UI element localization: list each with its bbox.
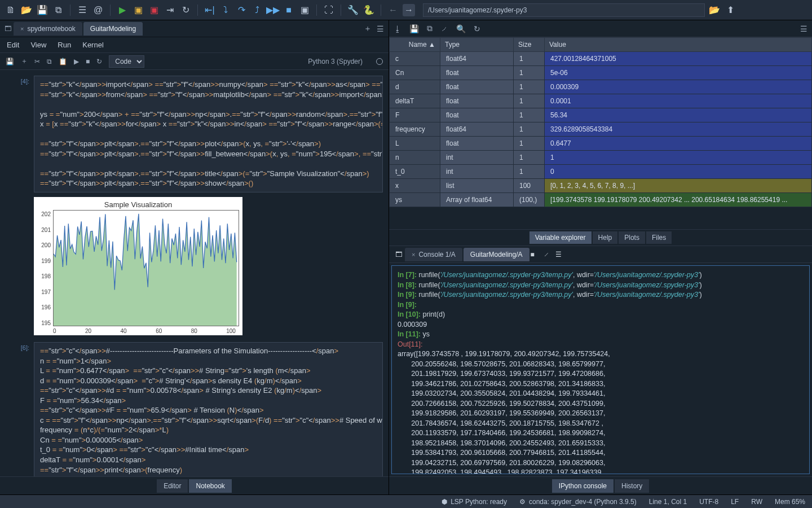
nb-cut-icon[interactable]: ✂ (34, 58, 40, 65)
lock-icon[interactable]: 🗔 (2, 25, 14, 33)
run-cell-advance-icon[interactable]: ▣ (148, 4, 160, 16)
menu-view[interactable]: View (30, 41, 46, 49)
col-value[interactable]: Value (545, 38, 812, 52)
forward-icon[interactable]: → (403, 4, 415, 16)
tab-editor[interactable]: Editor (157, 479, 188, 493)
tab-spydernotebook[interactable]: ×spydernotebook (14, 22, 82, 36)
table-row[interactable]: ysArray of float64(100,)[199.3743578 199… (390, 193, 812, 207)
tab-console-1a[interactable]: ×Console 1/A (405, 248, 462, 261)
menu-run[interactable]: Run (58, 41, 71, 49)
working-dir-input[interactable] (423, 3, 705, 17)
kernel-status-icon (376, 58, 383, 65)
nb-add-cell-icon[interactable]: ＋ (21, 56, 28, 66)
open-file-icon[interactable]: 📂 (20, 4, 33, 16)
save-all-icon[interactable]: ⧉ (52, 4, 64, 16)
separator (70, 5, 70, 16)
table-row[interactable]: deltaTfloat10.0001 (390, 94, 812, 108)
cell-prompt: [4]: (0, 76, 34, 192)
col-size[interactable]: Size (514, 38, 545, 52)
debug-file-icon[interactable]: ▣ (298, 4, 311, 16)
save-icon[interactable]: 💾 (36, 4, 48, 16)
status-eol[interactable]: LF (731, 498, 739, 506)
menu-edit[interactable]: Edit (7, 41, 19, 49)
nb-paste-icon[interactable]: 📋 (59, 58, 67, 65)
maximize-icon[interactable]: ⛶ (323, 4, 335, 16)
tab-variable-explorer[interactable]: Variable explorer (529, 231, 592, 244)
add-tab-icon[interactable]: ＋ (361, 24, 374, 34)
outline-icon[interactable]: ☰ (76, 4, 89, 16)
tab-guitarmodeling[interactable]: GuitarModeling (83, 22, 143, 36)
import-data-icon[interactable]: ⭳ (394, 24, 401, 33)
tab-plots[interactable]: Plots (619, 231, 645, 244)
stop-icon[interactable]: ■ (283, 4, 295, 16)
table-row[interactable]: cfloat641427.00128464371005 (390, 52, 812, 66)
python-path-icon[interactable]: 🐍 (363, 4, 375, 16)
at-icon[interactable]: @ (92, 4, 104, 16)
close-icon[interactable]: × (20, 25, 24, 32)
code-input[interactable]: =="str">"c"</span>>#--------------------… (34, 342, 383, 476)
nb-stop-icon[interactable]: ■ (86, 58, 90, 65)
console-options-icon[interactable]: ☰ (555, 251, 568, 259)
tab-menu-icon[interactable]: ☰ (374, 24, 386, 33)
notebook-toolbar: 💾 ＋ ✂ ⧉ 📋 ▶ ■ ↻ Code Python 3 (Spyder) (0, 53, 389, 70)
status-memory: Mem 65% (775, 498, 805, 506)
variable-table[interactable]: Name ▲ Type Size Value cfloat641427.0012… (389, 37, 812, 229)
debug-out-icon[interactable]: ⤴ (251, 4, 263, 16)
tab-help[interactable]: Help (593, 231, 618, 244)
debug-step-icon[interactable]: ⇤| (204, 4, 216, 16)
browse-tabs-icon[interactable]: 🗔 (392, 251, 405, 259)
options-icon[interactable]: ☰ (800, 24, 807, 33)
save-data-icon[interactable]: 💾 (409, 24, 419, 33)
table-row[interactable]: Cnfloat15e-06 (390, 66, 812, 80)
tab-files[interactable]: Files (646, 231, 672, 244)
new-file-icon[interactable]: 🗎 (5, 4, 17, 16)
nb-run-icon[interactable]: ▶ (74, 58, 79, 65)
search-icon[interactable]: 🔍 (456, 24, 466, 33)
menu-kernel[interactable]: Kernel (82, 41, 104, 49)
editor-tab-row: 🗔 ×spydernotebook GuitarModeling ＋ ☰ (0, 20, 389, 37)
preferences-icon[interactable]: 🔧 (347, 4, 359, 16)
code-input[interactable]: =="str">"k"</span>>import</span> =="str"… (34, 76, 383, 192)
refresh-icon[interactable]: ↻ (474, 24, 480, 33)
nb-save-icon[interactable]: 💾 (6, 58, 14, 65)
tab-ipython-console[interactable]: IPython console (552, 479, 614, 493)
table-row[interactable]: Lfloat10.6477 (390, 137, 812, 151)
console-output[interactable]: In [7]: runfile('/Users/juanitagomez/.sp… (391, 265, 810, 474)
separator (381, 5, 381, 16)
run-cell-icon[interactable]: ▣ (132, 4, 144, 16)
tab-history[interactable]: History (615, 479, 649, 493)
debug-continue-icon[interactable]: ▶▶ (267, 4, 279, 16)
status-lsp[interactable]: ⬢ LSP Python: ready (442, 498, 507, 506)
debug-into-icon[interactable]: ⤵ (219, 4, 232, 16)
debug-over-icon[interactable]: ↷ (235, 4, 248, 16)
back-icon[interactable]: ← (387, 4, 399, 16)
notebook-body[interactable]: [4]: =="str">"k"</span>>import</span> ==… (0, 70, 389, 476)
status-conda[interactable]: ⚙ conda: spyder_dev-4 (Python 3.9.5) (519, 498, 637, 506)
nb-copy-icon[interactable]: ⧉ (47, 58, 52, 65)
rerun-icon[interactable]: ↻ (179, 4, 192, 16)
cell-type-select[interactable]: Code (109, 55, 144, 68)
table-row[interactable]: Ffloat156.34 (390, 108, 812, 122)
nb-restart-icon[interactable]: ↻ (96, 58, 102, 65)
run-icon[interactable]: ▶ (116, 4, 129, 16)
clear-console-icon[interactable]: ⟋ (543, 251, 555, 259)
col-name[interactable]: Name ▲ (390, 38, 440, 52)
table-row[interactable]: frequencyfloat641329.6289058543384 (390, 122, 812, 137)
tab-guitarmodeling-a[interactable]: GuitarModeling/A (464, 248, 529, 261)
separator (110, 5, 111, 16)
browse-dir-icon[interactable]: 📂 (708, 4, 721, 16)
run-selection-icon[interactable]: ⇥ (164, 4, 176, 16)
clear-icon[interactable]: ⟋ (440, 24, 448, 33)
tab-label: GuitarModeling/A (470, 251, 523, 259)
table-row[interactable]: dfloat10.000309 (390, 80, 812, 94)
tab-notebook[interactable]: Notebook (189, 479, 231, 493)
status-encoding[interactable]: UTF-8 (699, 498, 718, 506)
parent-dir-icon[interactable]: ⬆ (724, 4, 736, 16)
stop-kernel-icon[interactable]: ■ (531, 251, 543, 259)
table-row[interactable]: nint11 (390, 151, 812, 165)
table-row[interactable]: t_0int10 (390, 165, 812, 179)
close-icon[interactable]: × (412, 251, 415, 258)
save-as-icon[interactable]: ⧉ (427, 24, 433, 33)
table-row[interactable]: xlist100[0, 1, 2, 3, 4, 5, 6, 7, 8, 9, .… (390, 179, 812, 193)
col-type[interactable]: Type (440, 38, 514, 52)
